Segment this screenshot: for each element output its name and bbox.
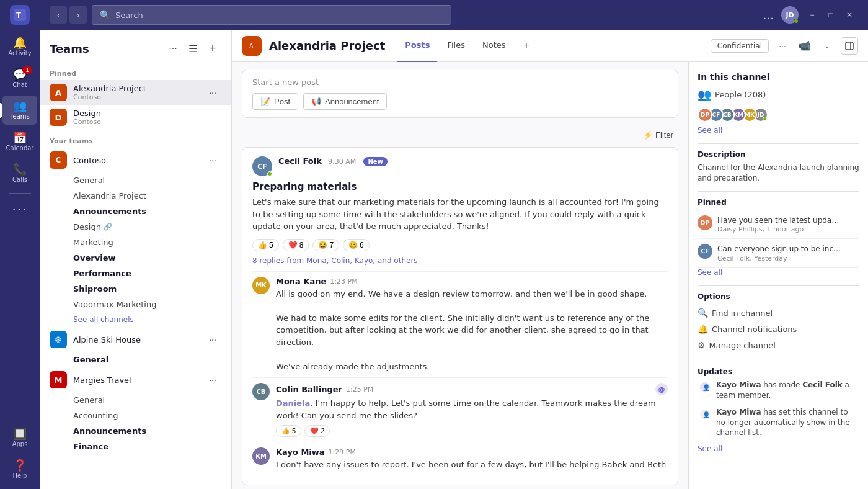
margies-more-btn[interactable]: ···	[204, 371, 221, 388]
channel-performance[interactable]: Performance	[40, 266, 231, 281]
option-notifications[interactable]: 🔔 Channel notifications	[698, 321, 859, 337]
team-margies[interactable]: M Margies Travel ···	[40, 367, 231, 392]
tab-posts[interactable]: Posts	[397, 30, 437, 62]
option-manage[interactable]: ⚙️ Manage channel	[698, 337, 859, 353]
nav-item-help[interactable]: ❓ Help	[2, 455, 37, 484]
channel-overview[interactable]: Overview	[40, 250, 231, 266]
announcement-button[interactable]: 📢 Announcement	[303, 93, 387, 110]
reply-header-kayo: Kayo Miwa 1:29 PM	[276, 447, 668, 457]
team-contoso[interactable]: C Contoso ···	[40, 148, 231, 173]
nav-item-apps[interactable]: 🔲 Apps	[2, 423, 37, 452]
team-alpine[interactable]: ❄ Alpine Ski House ···	[40, 327, 231, 352]
team-avatar-alexandria: A	[50, 84, 67, 101]
colin-reaction-heart[interactable]: ❤️ 2	[304, 425, 330, 437]
nav-item-calls[interactable]: 📞 Calls	[2, 159, 37, 188]
team-name-margies: Margies Travel	[73, 375, 198, 385]
maximize-button[interactable]: □	[822, 6, 839, 24]
team-sub-alexandria: Contoso	[73, 93, 198, 101]
people-see-all[interactable]: See all	[698, 126, 859, 135]
pinned-msg-2[interactable]: CF Can everyone sign up to be inclu... C…	[698, 239, 859, 268]
msg-header: CF Cecil Folk 9:30 AM New	[252, 156, 668, 176]
tab-add[interactable]: +	[516, 30, 538, 62]
tab-files[interactable]: Files	[440, 30, 472, 62]
minimize-button[interactable]: −	[804, 6, 821, 24]
reply-body-colin: Daniela, I'm happy to help. Let's put so…	[276, 397, 668, 421]
nav-arrows: ‹ ›	[50, 6, 87, 24]
team-avatar-design-pinned: D	[50, 109, 67, 126]
search-bar[interactable]: 🔍 Search	[92, 5, 451, 25]
channel-general-margies[interactable]: General	[40, 392, 231, 408]
channel-vapormax[interactable]: Vapormax Marketing	[40, 297, 231, 312]
channel-general-contoso[interactable]: General	[40, 173, 231, 188]
more-options-button[interactable]: ···	[164, 40, 182, 57]
nav-item-chat[interactable]: 💬 Chat 1	[2, 64, 37, 93]
find-icon: 🔍	[698, 308, 708, 318]
activity-icon: 🔔	[13, 37, 27, 48]
reaction-heart[interactable]: ❤️ 8	[283, 239, 309, 251]
close-button[interactable]: ✕	[841, 6, 858, 24]
chat-badge: 1	[22, 66, 32, 74]
panel-toggle-btn[interactable]	[841, 37, 858, 55]
pinned-msg-1[interactable]: DP Have you seen the latest updates... D…	[698, 210, 859, 240]
back-button[interactable]: ‹	[50, 6, 67, 24]
replies-link[interactable]: 8 replies from Mona, Colin, Kayo, and ot…	[252, 256, 668, 265]
sidebar-header-actions: ··· ☰ +	[164, 40, 221, 57]
nav-label-teams: Teams	[10, 113, 30, 120]
confidential-badge[interactable]: Confidential	[711, 39, 769, 53]
add-team-button[interactable]: +	[204, 40, 221, 57]
channel-announcements-contoso[interactable]: Announcements	[40, 204, 231, 219]
team-sub-design-pinned: Contoso	[73, 118, 221, 126]
people-online-dot	[763, 117, 767, 121]
reaction-laugh[interactable]: 😆 7	[312, 239, 339, 251]
pinned-see-all[interactable]: See all	[698, 268, 859, 277]
expand-down-btn[interactable]: ⌄	[818, 37, 836, 55]
mention-daniela[interactable]: Daniela	[276, 398, 310, 408]
see-all-channels-contoso[interactable]: See all channels	[40, 312, 231, 327]
header-more-btn[interactable]: ···	[774, 37, 791, 55]
channel-alexandria-project[interactable]: Alexandria Project	[40, 188, 231, 204]
colin-reaction-thumbsup[interactable]: 👍 5	[276, 425, 301, 437]
reply-time-mona: 1:23 PM	[330, 277, 357, 285]
option-find[interactable]: 🔍 Find in channel	[698, 305, 859, 321]
tab-notes[interactable]: Notes	[475, 30, 513, 62]
option-find-label: Find in channel	[712, 308, 773, 318]
channel-marketing[interactable]: Marketing	[40, 235, 231, 250]
pinned-team-alexandria[interactable]: A Alexandria Project Contoso ···	[40, 80, 231, 105]
team-name-contoso: Contoso	[73, 156, 198, 165]
team-info-alexandria: Alexandria Project Contoso	[73, 84, 198, 101]
post-button[interactable]: 📝 Post	[252, 93, 298, 110]
description-section: Description Channel for the Alexandria l…	[698, 150, 859, 184]
nav-item-more[interactable]: ···	[2, 199, 37, 221]
pinned-team-design[interactable]: D Design Contoso	[40, 105, 231, 130]
channel-general-alpine[interactable]: General	[40, 352, 231, 367]
reaction-other[interactable]: 🥴 6	[343, 239, 370, 251]
msg-author-name: Cecil Folk	[278, 156, 322, 166]
new-post-placeholder[interactable]: Start a new post	[252, 78, 668, 87]
video-call-btn[interactable]: 📹	[796, 37, 813, 55]
nav-item-calendar[interactable]: 📅 Calendar	[2, 127, 37, 156]
filter-teams-button[interactable]: ☰	[184, 40, 202, 57]
nav-item-teams[interactable]: 👥 Teams	[2, 96, 37, 125]
panel-section-title: In this channel	[698, 72, 859, 82]
reply-content-kayo: Kayo Miwa 1:29 PM I don't have any issue…	[276, 447, 668, 471]
top-more-btn[interactable]: ...	[761, 6, 776, 24]
team-more-btn[interactable]: ···	[204, 84, 221, 101]
filter-button[interactable]: ⚡ Filter	[638, 128, 678, 142]
reaction-thumbsup[interactable]: 👍 5	[252, 239, 279, 251]
channel-accounting[interactable]: Accounting	[40, 408, 231, 423]
post-label: Post	[274, 97, 290, 106]
pinned-meta-2: Cecil Folk, Yesterday	[717, 254, 859, 262]
forward-button[interactable]: ›	[69, 6, 87, 24]
alpine-more-btn[interactable]: ···	[204, 331, 221, 348]
channel-design-contoso[interactable]: Design 🔗	[40, 219, 231, 235]
nav-item-activity[interactable]: 🔔 Activity	[2, 32, 37, 61]
channel-shiproom[interactable]: Shiproom	[40, 281, 231, 297]
channel-announcements-margies[interactable]: Announcements	[40, 423, 231, 439]
reply-header-colin: Colin Ballinger 1:25 PM @	[276, 383, 668, 395]
channel-finance[interactable]: Finance	[40, 439, 231, 454]
user-avatar[interactable]: JD	[781, 6, 799, 24]
contoso-more-btn[interactable]: ···	[204, 151, 221, 169]
updates-see-all[interactable]: See all	[698, 444, 859, 453]
announcement-label: Announcement	[325, 97, 379, 106]
people-avatar-1: DP	[698, 107, 712, 122]
